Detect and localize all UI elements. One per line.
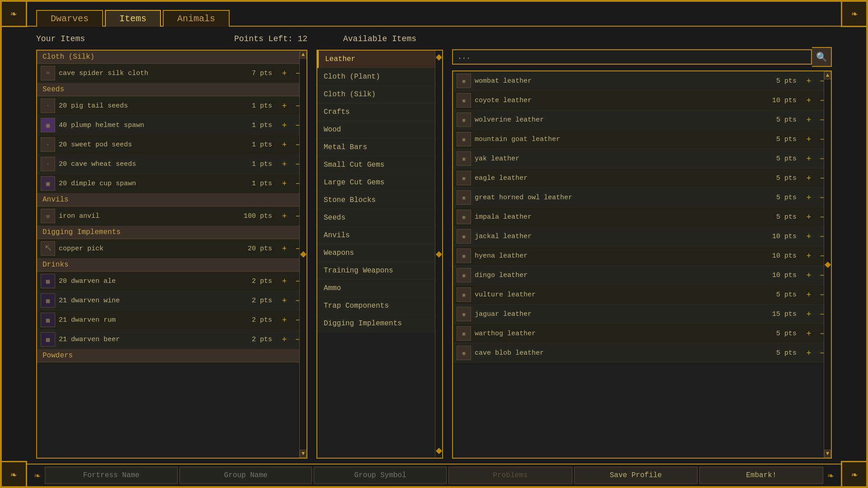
add-button[interactable]: + xyxy=(804,231,814,241)
add-button[interactable]: + xyxy=(804,115,814,125)
add-button[interactable]: + xyxy=(279,159,289,169)
problems-button[interactable]: Problems xyxy=(448,467,572,484)
corner-bl: ❧ xyxy=(0,461,27,488)
category-item-small-gems[interactable]: Small Cut Gems xyxy=(317,156,442,174)
scroll-up-button[interactable]: ▲ xyxy=(300,51,307,59)
add-button[interactable]: + xyxy=(804,192,814,202)
add-button[interactable]: + xyxy=(804,154,814,164)
category-item-ammo[interactable]: Ammo xyxy=(317,280,442,297)
add-button[interactable]: + xyxy=(804,290,814,300)
scroll-diamond xyxy=(300,251,306,257)
add-button[interactable]: + xyxy=(804,348,814,358)
category-item-leather[interactable]: Leather xyxy=(317,51,442,68)
add-button[interactable]: + xyxy=(804,270,814,280)
item-name: impala leather xyxy=(475,213,773,221)
add-button[interactable]: + xyxy=(279,315,289,325)
item-icon-pick: ⛏ xyxy=(41,241,55,256)
detail-scroll-diamond xyxy=(824,261,830,267)
add-button[interactable]: + xyxy=(804,309,814,319)
available-items-header: Available Items xyxy=(316,31,443,47)
item-pts: 2 pts xyxy=(252,277,272,285)
table-row: ▣ 40 plump helmet spawn 1 pts + − xyxy=(37,116,307,135)
category-item-trap-components[interactable]: Trap Components xyxy=(317,297,442,315)
scroll-down-button[interactable]: ▼ xyxy=(300,450,307,458)
add-button[interactable]: + xyxy=(279,334,289,344)
tab-dwarves[interactable]: Dwarves xyxy=(36,10,103,27)
item-name: great horned owl leather xyxy=(475,194,773,202)
scroll-thumb[interactable] xyxy=(300,59,307,450)
group-symbol-input[interactable] xyxy=(314,467,447,484)
tab-items[interactable]: Items xyxy=(105,10,161,27)
category-item-stone-blocks[interactable]: Stone Blocks xyxy=(317,192,442,209)
category-item-weapons[interactable]: Weapons xyxy=(317,244,442,262)
items-scroll-area[interactable]: Cloth (Silk) ≈ cave spider silk cloth 7 … xyxy=(37,51,307,458)
category-item-metal-bars[interactable]: Metal Bars xyxy=(317,139,442,156)
item-icon-leather: ▣ xyxy=(457,151,471,166)
detail-scroll-thumb[interactable] xyxy=(824,80,831,450)
item-name: 20 dwarven ale xyxy=(59,277,248,285)
add-button[interactable]: + xyxy=(279,211,289,221)
add-button[interactable]: + xyxy=(804,328,814,338)
item-pts: 15 pts xyxy=(772,310,797,318)
category-item-digging[interactable]: Digging Implements xyxy=(317,315,442,333)
add-button[interactable]: + xyxy=(279,276,289,286)
category-item-large-gems[interactable]: Large Cut Gems xyxy=(317,174,442,192)
item-name: wombat leather xyxy=(475,77,773,85)
add-button[interactable]: + xyxy=(804,95,814,105)
item-name: wolverine leather xyxy=(475,116,773,124)
add-button[interactable]: + xyxy=(279,140,289,150)
add-button[interactable]: + xyxy=(804,212,814,222)
table-row: ▣ great horned owl leather 5 pts + − xyxy=(453,188,831,207)
search-input[interactable] xyxy=(452,49,812,65)
right-panel: 🔍 ▣ wombat leather 5 pts + − ▣ coyote le… xyxy=(452,31,832,459)
middle-panel: Available Items Leather Cloth (Plant) Cl… xyxy=(316,31,443,459)
add-button[interactable]: + xyxy=(279,101,289,111)
category-item-cloth-silk[interactable]: Cloth (Silk) xyxy=(317,86,442,103)
table-row: ▣ wombat leather 5 pts + − xyxy=(453,71,831,91)
group-name-input[interactable] xyxy=(179,467,312,484)
item-name: copper pick xyxy=(59,245,244,253)
table-row: ▣ jackal leather 10 pts + − xyxy=(453,227,831,246)
table-row: ▣ mountain goat leather 5 pts + − xyxy=(453,130,831,149)
item-pts: 10 pts xyxy=(772,252,797,260)
item-icon-seed: · xyxy=(41,99,55,113)
fortress-name-input[interactable] xyxy=(45,467,178,484)
embark-button[interactable]: Embark! xyxy=(699,467,823,484)
category-item-anvils[interactable]: Anvils xyxy=(317,227,442,244)
item-name: 20 cave wheat seeds xyxy=(59,160,248,168)
category-item-crafts[interactable]: Crafts xyxy=(317,103,442,121)
item-icon-leather: ▣ xyxy=(457,171,471,185)
item-icon-seed: · xyxy=(41,137,55,152)
add-button[interactable]: + xyxy=(279,296,289,305)
item-pts: 1 pts xyxy=(252,102,272,110)
add-button[interactable]: + xyxy=(804,173,814,183)
category-item-wood[interactable]: Wood xyxy=(317,121,442,139)
add-button[interactable]: + xyxy=(279,178,289,188)
add-button[interactable]: + xyxy=(804,251,814,261)
item-pts: 5 pts xyxy=(776,194,797,202)
item-name: 20 sweet pod seeds xyxy=(59,141,248,149)
detail-scroll-area[interactable]: ▣ wombat leather 5 pts + − ▣ coyote leat… xyxy=(453,71,831,458)
save-profile-button[interactable]: Save Profile xyxy=(574,467,698,484)
add-button[interactable]: + xyxy=(279,120,289,130)
item-name: 20 dimple cup spawn xyxy=(59,180,248,188)
add-button[interactable]: + xyxy=(279,244,289,253)
table-row: ▣ hyena leather 10 pts + − xyxy=(453,246,831,266)
category-item-training-weapons[interactable]: Training Weapons xyxy=(317,262,442,280)
table-row: ▦ 21 dwarven rum 2 pts + − xyxy=(37,310,307,330)
add-button[interactable]: + xyxy=(804,134,814,144)
category-item-cloth-plant[interactable]: Cloth (Plant) xyxy=(317,68,442,86)
add-button[interactable]: + xyxy=(279,68,289,78)
table-row: ▦ 21 dwarven wine 2 pts + − xyxy=(37,291,307,310)
main-content: Your Items Points Left: 12 Cloth (Silk) … xyxy=(27,26,841,463)
section-digging: Digging Implements xyxy=(37,226,307,239)
item-pts: 100 pts xyxy=(244,212,272,220)
corner-tl: ❧ xyxy=(0,0,27,27)
category-item-seeds[interactable]: Seeds xyxy=(317,209,442,227)
search-button[interactable]: 🔍 xyxy=(812,47,832,67)
detail-scroll-down[interactable]: ▼ xyxy=(824,450,831,458)
item-pts: 1 pts xyxy=(252,122,272,129)
add-button[interactable]: + xyxy=(804,76,814,86)
tab-animals[interactable]: Animals xyxy=(163,10,230,27)
detail-scroll-up[interactable]: ▲ xyxy=(824,71,831,80)
